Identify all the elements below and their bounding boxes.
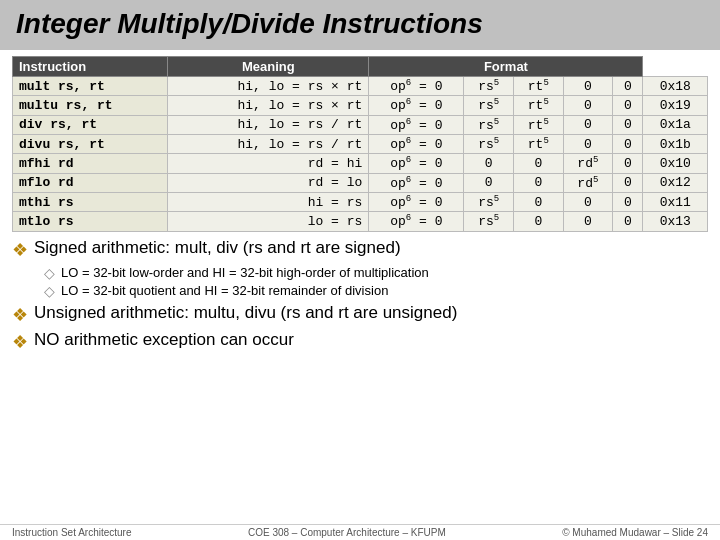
instr-cell: mtlo rs <box>13 212 168 231</box>
opcode-cell: 0x12 <box>643 173 708 192</box>
op-cell: op6 = 0 <box>369 77 464 96</box>
table-row: mfhi rdrd = hiop6 = 000rd500x10 <box>13 154 708 173</box>
opcode-cell: 0x11 <box>643 192 708 211</box>
f2-cell: 0 <box>613 96 643 115</box>
bullets-section: ❖Signed arithmetic: mult, div (rs and rt… <box>12 238 708 353</box>
opcode-cell: 0x13 <box>643 212 708 231</box>
rt-cell: 0 <box>514 192 564 211</box>
bullet-item: ❖Signed arithmetic: mult, div (rs and rt… <box>12 238 708 261</box>
f2-cell: 0 <box>613 192 643 211</box>
f2-cell: 0 <box>613 134 643 153</box>
f2-cell: 0 <box>613 212 643 231</box>
page: Integer Multiply/Divide Instructions Ins… <box>0 0 720 540</box>
table-row: divu rs, rthi, lo = rs / rtop6 = 0rs5rt5… <box>13 134 708 153</box>
table-row: mthi rshi = rsop6 = 0rs50000x11 <box>13 192 708 211</box>
table-row: div rs, rthi, lo = rs / rtop6 = 0rs5rt50… <box>13 115 708 134</box>
rs-cell: rs5 <box>464 77 514 96</box>
f1-cell: rd5 <box>563 173 613 192</box>
f1-cell: 0 <box>563 96 613 115</box>
sub-diamond-icon: ◇ <box>44 265 55 281</box>
table-row: mtlo rslo = rsop6 = 0rs50000x13 <box>13 212 708 231</box>
col-header-format: Format <box>369 57 643 77</box>
rs-cell: rs5 <box>464 192 514 211</box>
bullet-item: ❖NO arithmetic exception can occur <box>12 330 708 353</box>
bullet-item: ❖Unsigned arithmetic: multu, divu (rs an… <box>12 303 708 326</box>
op-cell: op6 = 0 <box>369 173 464 192</box>
col-header-instruction: Instruction <box>13 57 168 77</box>
op-cell: op6 = 0 <box>369 154 464 173</box>
instr-cell: mthi rs <box>13 192 168 211</box>
opcode-cell: 0x18 <box>643 77 708 96</box>
f1-cell: 0 <box>563 115 613 134</box>
bullet-text: NO arithmetic exception can occur <box>34 330 294 350</box>
meaning-cell: hi, lo = rs / rt <box>168 134 369 153</box>
rt-cell: rt5 <box>514 77 564 96</box>
rt-cell: 0 <box>514 212 564 231</box>
f1-cell: 0 <box>563 192 613 211</box>
rs-cell: rs5 <box>464 96 514 115</box>
op-cell: op6 = 0 <box>369 96 464 115</box>
rt-cell: 0 <box>514 154 564 173</box>
table-row: mult rs, rthi, lo = rs × rtop6 = 0rs5rt5… <box>13 77 708 96</box>
sub-bullet-item: ◇LO = 32-bit low-order and HI = 32-bit h… <box>44 265 708 281</box>
footer-center: COE 308 – Computer Architecture – KFUPM <box>248 527 446 538</box>
opcode-cell: 0x1a <box>643 115 708 134</box>
meaning-cell: hi, lo = rs × rt <box>168 96 369 115</box>
main-content: Instruction Meaning Format mult rs, rthi… <box>0 50 720 524</box>
footer-right: © Muhamed Mudawar – Slide 24 <box>562 527 708 538</box>
sub-bullet-item: ◇LO = 32-bit quotient and HI = 32-bit re… <box>44 283 708 299</box>
footer: Instruction Set Architecture COE 308 – C… <box>0 524 720 540</box>
rs-cell: rs5 <box>464 115 514 134</box>
opcode-cell: 0x19 <box>643 96 708 115</box>
rt-cell: rt5 <box>514 115 564 134</box>
table-row: mflo rdrd = loop6 = 000rd500x12 <box>13 173 708 192</box>
meaning-cell: lo = rs <box>168 212 369 231</box>
rs-cell: 0 <box>464 173 514 192</box>
f1-cell: rd5 <box>563 154 613 173</box>
instruction-table: Instruction Meaning Format mult rs, rthi… <box>12 56 708 232</box>
op-cell: op6 = 0 <box>369 212 464 231</box>
bullet-text: Signed arithmetic: mult, div (rs and rt … <box>34 238 401 258</box>
sub-bullet-text: LO = 32-bit quotient and HI = 32-bit rem… <box>61 283 388 298</box>
diamond-icon: ❖ <box>12 331 28 353</box>
page-title: Integer Multiply/Divide Instructions <box>16 8 704 40</box>
f2-cell: 0 <box>613 154 643 173</box>
rs-cell: rs5 <box>464 134 514 153</box>
f1-cell: 0 <box>563 212 613 231</box>
instr-cell: divu rs, rt <box>13 134 168 153</box>
footer-left: Instruction Set Architecture <box>12 527 132 538</box>
f2-cell: 0 <box>613 173 643 192</box>
f1-cell: 0 <box>563 77 613 96</box>
header: Integer Multiply/Divide Instructions <box>0 0 720 50</box>
instr-cell: mult rs, rt <box>13 77 168 96</box>
instr-cell: multu rs, rt <box>13 96 168 115</box>
bullet-text: Unsigned arithmetic: multu, divu (rs and… <box>34 303 457 323</box>
sub-bullet-text: LO = 32-bit low-order and HI = 32-bit hi… <box>61 265 429 280</box>
diamond-icon: ❖ <box>12 304 28 326</box>
diamond-icon: ❖ <box>12 239 28 261</box>
rt-cell: 0 <box>514 173 564 192</box>
op-cell: op6 = 0 <box>369 192 464 211</box>
opcode-cell: 0x10 <box>643 154 708 173</box>
meaning-cell: hi, lo = rs / rt <box>168 115 369 134</box>
meaning-cell: rd = lo <box>168 173 369 192</box>
sub-diamond-icon: ◇ <box>44 283 55 299</box>
rt-cell: rt5 <box>514 134 564 153</box>
f1-cell: 0 <box>563 134 613 153</box>
f2-cell: 0 <box>613 115 643 134</box>
meaning-cell: hi, lo = rs × rt <box>168 77 369 96</box>
meaning-cell: rd = hi <box>168 154 369 173</box>
meaning-cell: hi = rs <box>168 192 369 211</box>
sub-bullets: ◇LO = 32-bit low-order and HI = 32-bit h… <box>44 265 708 299</box>
instr-cell: mfhi rd <box>13 154 168 173</box>
opcode-cell: 0x1b <box>643 134 708 153</box>
rt-cell: rt5 <box>514 96 564 115</box>
table-row: multu rs, rthi, lo = rs × rtop6 = 0rs5rt… <box>13 96 708 115</box>
rs-cell: rs5 <box>464 212 514 231</box>
instr-cell: div rs, rt <box>13 115 168 134</box>
op-cell: op6 = 0 <box>369 134 464 153</box>
op-cell: op6 = 0 <box>369 115 464 134</box>
instr-cell: mflo rd <box>13 173 168 192</box>
rs-cell: 0 <box>464 154 514 173</box>
f2-cell: 0 <box>613 77 643 96</box>
